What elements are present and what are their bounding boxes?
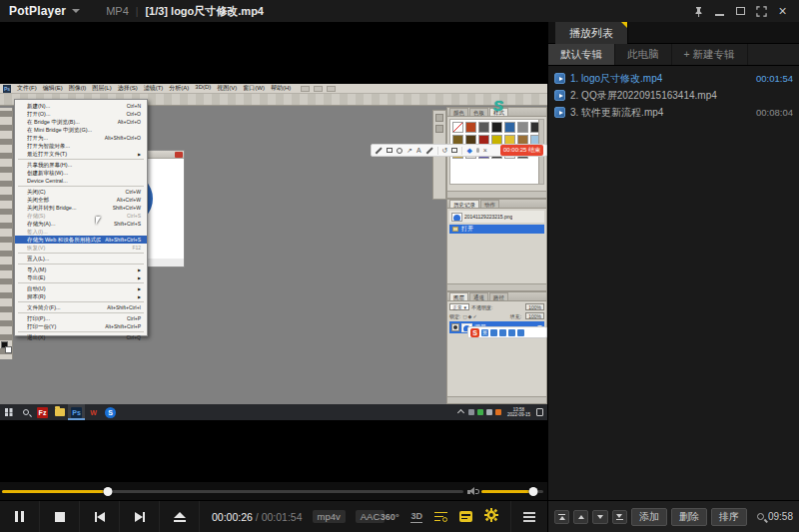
separator <box>461 147 462 155</box>
sogou-mic-icon <box>499 329 506 336</box>
tray-icon <box>486 409 492 415</box>
layers-tabs: 图层 通道 路径 <box>447 292 546 301</box>
window-controls: × <box>692 5 799 18</box>
video-surface[interactable]: Ps 文件(F)编辑(E)图像(I)图层(L)选择(S)滤镜(T)分析(A)3D… <box>0 22 547 482</box>
time-display: 00:00:26 / 00:01:54 <box>212 511 303 523</box>
close-icon[interactable]: × <box>776 5 789 18</box>
ps-file-menu-item: 在 Mini Bridge 中浏览(G)... <box>15 126 147 134</box>
menu-separator <box>15 263 147 266</box>
blend-row: 正常 ▾ 不透明度: 100% <box>449 303 544 310</box>
volume-icon[interactable] <box>467 487 479 496</box>
open-eject-button[interactable] <box>160 501 200 532</box>
time-current: 00:00:26 <box>212 511 253 523</box>
tray-icon <box>468 409 474 415</box>
ps-menu-item: 图层(L) <box>92 84 111 93</box>
ps-file-menu-item: 创建新审核(W)... <box>15 169 147 177</box>
tab-paths: 路径 <box>489 292 508 300</box>
chevron-down-icon[interactable] <box>72 9 80 13</box>
ps-appbar-icons <box>301 86 336 92</box>
next-button[interactable] <box>120 501 160 532</box>
ps-file-menu-item: 关闭(C)Ctrl+W <box>15 188 147 196</box>
media-file-icon <box>554 73 565 84</box>
stop-button[interactable] <box>40 501 80 532</box>
pencil-icon <box>376 147 383 154</box>
ps-file-menu-item: 恢复(V)F12 <box>15 244 147 252</box>
tray-clock: 13:58 2022-09-15 <box>507 407 530 417</box>
seek-thumb[interactable] <box>104 487 113 496</box>
seek-bar[interactable] <box>2 490 463 493</box>
sort-button[interactable]: 排序 <box>711 508 747 526</box>
move-up-button[interactable] <box>573 510 588 524</box>
playlist-item[interactable]: 3. 软件更新流程.mp400:08:04 <box>548 104 799 121</box>
search-icon[interactable] <box>757 513 764 520</box>
maximize-icon[interactable] <box>734 5 747 18</box>
sogou-s-icon: S <box>470 328 479 337</box>
open-step-icon <box>452 227 458 232</box>
playlist-item[interactable]: 1. logo尺寸修改.mp400:01:54 <box>548 70 799 87</box>
playlist-search-icon[interactable] <box>434 512 447 522</box>
sogou-lang-icon: 英 <box>481 329 488 336</box>
minimize-icon[interactable] <box>713 5 726 18</box>
tab-swatches: 色板 <box>469 108 488 116</box>
undo-icon: ↺ <box>442 147 448 154</box>
ps-menu-item: 图像(I) <box>69 84 87 93</box>
menu-separator <box>15 252 147 255</box>
ps-file-menu: 新建(N)...Ctrl+N打开(O)...Ctrl+O在 Bridge 中浏览… <box>14 99 148 336</box>
item-duration: 00:01:54 <box>756 73 793 84</box>
pause-button[interactable] <box>0 501 40 532</box>
volume-thumb[interactable] <box>529 487 538 496</box>
titlebar-divider: | <box>136 6 139 17</box>
tab-color: 颜色 <box>449 108 468 116</box>
ps-toolbox-icons <box>0 108 13 359</box>
view-3d-button[interactable]: 3D <box>410 511 422 523</box>
media-title: [1/3] logo尺寸修改.mp4 <box>145 4 264 19</box>
menu-separator <box>15 311 147 314</box>
ps-file-menu-item: 打开(O)...Ctrl+O <box>15 110 147 118</box>
pin-icon[interactable] <box>692 5 705 18</box>
sogou-pen-icon <box>490 329 497 336</box>
lock-row: 锁定: ◻◆✓ 填充: 100% <box>449 312 544 319</box>
ps-file-menu-item: 关闭全部Alt+Ctrl+W <box>15 196 147 204</box>
playlist-item[interactable]: 2. QQ录屏20220915163414.mp4 <box>548 87 799 104</box>
start-icon <box>0 404 17 420</box>
ps-logo: Ps <box>3 85 11 93</box>
move-top-button[interactable] <box>554 510 569 524</box>
tab-layers: 图层 <box>449 292 468 300</box>
menu-burger-icon[interactable] <box>523 512 535 522</box>
delete-button[interactable]: 删除 <box>671 508 707 526</box>
style-swatch <box>465 122 476 133</box>
qq-recorder-toolbar: ↗A↺◆× 00:00:25 结束 <box>371 144 547 157</box>
ps-file-menu-item: 存储为 Web 和设备所用格式(D)...Alt+Shift+Ctrl+S <box>15 236 147 244</box>
separator <box>437 147 438 155</box>
ps-menu-item: 窗口(W) <box>243 84 265 93</box>
ps-file-menu-item: 自动(U)▶ <box>15 284 147 292</box>
control-bar: 00:00:26 / 00:01:54 mp4v AAC 360° 3D <box>0 500 547 532</box>
ps-file-menu-item: 在 Bridge 中浏览(B)...Alt+Ctrl+O <box>15 118 147 126</box>
previous-button[interactable] <box>80 501 120 532</box>
next-icon <box>135 512 145 522</box>
move-down-button[interactable] <box>592 510 607 524</box>
style-swatch <box>491 122 502 133</box>
pause-icon <box>15 511 24 522</box>
move-bottom-button[interactable] <box>612 510 627 524</box>
volume-slider[interactable] <box>481 490 543 493</box>
stop-icon <box>55 512 65 522</box>
tab-default-album[interactable]: 默认专辑 <box>548 44 615 65</box>
tab-channels: 通道 <box>469 292 488 300</box>
subtitle-panel-icon[interactable] <box>459 511 472 522</box>
arrow-icon: ↗ <box>406 147 412 154</box>
doc-close-icon <box>175 152 183 158</box>
settings-gear-icon[interactable] <box>484 508 498 526</box>
add-button[interactable]: 添加 <box>631 508 667 526</box>
view-360-button[interactable]: 360° <box>381 512 400 522</box>
playlist-items: 1. logo尺寸修改.mp400:01:542. QQ录屏2022091516… <box>548 66 799 121</box>
menu-separator <box>15 300 147 303</box>
media-file-icon <box>554 107 565 118</box>
rectangle-icon <box>387 148 393 153</box>
app-menu-button[interactable]: PotPlayer <box>9 4 66 18</box>
fullscreen-icon[interactable] <box>755 5 768 18</box>
tab-playlist[interactable]: 播放列表 <box>555 22 627 44</box>
media-file-icon <box>554 90 565 101</box>
tab-new-album[interactable]: + 新建专辑 <box>672 44 748 65</box>
tab-this-pc[interactable]: 此电脑 <box>615 44 672 65</box>
